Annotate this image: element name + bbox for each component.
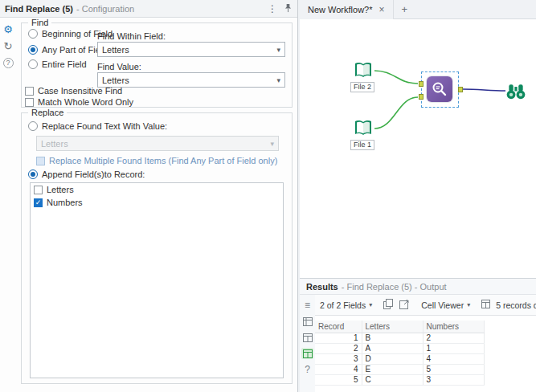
radio-circle <box>28 45 38 55</box>
results-title: Results <box>306 282 338 292</box>
find-value-value: Letters <box>102 76 129 85</box>
column-header-letters[interactable]: Letters <box>362 321 423 333</box>
cell-numbers: 4 <box>423 353 484 364</box>
records-displayed-text: 5 records displayed <box>496 300 536 310</box>
config-panel-title: Find Replace (5) <box>5 4 73 14</box>
browse-tool[interactable] <box>505 82 526 103</box>
help-icon[interactable]: ? <box>3 58 14 68</box>
replace-group: Replace Replace Found Text With Value: L… <box>21 112 293 384</box>
table-row[interactable]: 5 C 3 <box>315 374 484 385</box>
cell-record: 5 <box>315 374 362 385</box>
workflow-canvas[interactable]: File 2 File 1 <box>300 19 536 278</box>
radio-circle <box>28 121 38 131</box>
metadata-view-icon[interactable] <box>301 316 313 327</box>
checkbox-label: Match Whole Word Only <box>38 97 133 107</box>
cell-viewer-label: Cell Viewer <box>421 300 464 310</box>
records-icon <box>481 300 490 310</box>
node-label-file2[interactable]: File 2 <box>350 82 374 92</box>
checkbox-label: Replace Multiple Found Items (Find Any P… <box>49 156 277 165</box>
chevron-down-icon: ▾ <box>276 46 280 54</box>
workflow-tab[interactable]: New Workflow?* × <box>300 0 394 19</box>
column-header-record[interactable]: Record <box>315 321 362 333</box>
field-item-label: Letters <box>47 185 74 194</box>
radio-replace-found-text[interactable]: Replace Found Text With Value: <box>28 121 167 131</box>
radio-any-part-of-field[interactable]: Any Part of Field <box>28 45 107 55</box>
field-item-letters[interactable]: Letters <box>31 183 283 196</box>
results-table[interactable]: Record Letters Numbers 1 B 2 2 A 1 <box>315 321 485 386</box>
pin-icon[interactable] <box>284 3 293 14</box>
cell-record: 2 <box>315 343 362 353</box>
replace-value: Letters <box>41 139 68 149</box>
new-tab-icon[interactable]: + <box>402 4 408 14</box>
find-within-field-value: Letters <box>102 45 129 55</box>
find-replace-tool[interactable] <box>427 76 452 102</box>
checkbox-box <box>25 98 34 107</box>
configuration-panel: Find Replace (5) - Configuration ⋮ ⚙ ↻ ?… <box>0 0 298 392</box>
chevron-down-icon: ▾ <box>467 301 470 308</box>
cell-letters: E <box>362 364 423 374</box>
fields-dropdown[interactable]: 2 of 2 Fields ▾ <box>320 300 372 310</box>
results-grid-area: Record Letters Numbers 1 B 2 2 A 1 <box>315 316 536 392</box>
cell-letters: D <box>362 353 423 364</box>
chevron-down-icon: ▾ <box>276 76 280 84</box>
configuration-gear-icon[interactable]: ⚙ <box>3 24 13 35</box>
table-row[interactable]: 2 A 1 <box>315 343 484 353</box>
cell-numbers: 2 <box>423 333 484 343</box>
find-within-field-select[interactable]: Letters ▾ <box>97 42 285 57</box>
results-toolbar: 2 of 2 Fields ▾ Cell Viewer ▾ 5 records … <box>315 295 536 316</box>
find-value-select[interactable]: Letters ▾ <box>97 72 285 88</box>
input-anchor-f[interactable] <box>419 81 423 87</box>
radio-label: Replace Found Text With Value: <box>42 121 167 131</box>
refresh-icon[interactable]: ↻ <box>4 41 13 51</box>
cell-viewer-dropdown[interactable]: Cell Viewer ▾ <box>421 300 470 310</box>
node-label-file1[interactable]: File 1 <box>350 140 374 150</box>
wire-findreplace-to-browse <box>463 89 505 91</box>
results-panel: Results - Find Replace (5) - Output ≡ ? … <box>300 278 536 392</box>
replace-group-label: Replace <box>28 108 67 117</box>
chevron-down-icon: ▾ <box>369 301 372 308</box>
input-anchor-r[interactable] <box>419 94 423 100</box>
results-header: Results - Find Replace (5) - Output <box>300 279 536 295</box>
close-tab-icon[interactable]: × <box>379 5 385 14</box>
output-anchor[interactable] <box>458 87 463 92</box>
field-item-numbers[interactable]: ✓ Numbers <box>31 196 283 209</box>
table-row[interactable]: 1 B 2 <box>315 333 484 343</box>
checkbox-box <box>36 157 45 165</box>
fields-dropdown-value: 2 of 2 Fields <box>320 300 366 310</box>
wire-file2-to-findreplace <box>374 71 418 84</box>
find-replace-icon <box>431 80 448 98</box>
copy-icon[interactable] <box>383 299 394 311</box>
append-fields-listbox[interactable]: Letters ✓ Numbers <box>30 182 284 378</box>
table-row[interactable]: 3 D 4 <box>315 353 484 364</box>
match-whole-word-checkbox[interactable]: Match Whole Word Only <box>25 97 133 107</box>
overflow-menu-icon[interactable]: ⋮ <box>268 4 277 14</box>
radio-label: Append Field(s)to Record: <box>42 169 145 179</box>
config-panel-title-suffix: - Configuration <box>76 4 134 14</box>
text-input-tool-file2[interactable] <box>353 61 374 82</box>
replace-multiple-checkbox: Replace Multiple Found Items (Find Any P… <box>36 156 277 165</box>
results-help-icon[interactable]: ? <box>301 364 313 375</box>
export-icon[interactable] <box>399 299 410 311</box>
table-row[interactable]: 4 E 5 <box>315 364 484 374</box>
find-group: Find Beginning of Field Any Part of Fiel… <box>21 22 293 108</box>
list-view-icon[interactable]: ≡ <box>301 300 313 311</box>
check-icon: ✓ <box>35 199 42 206</box>
book-icon <box>353 61 374 80</box>
chevron-down-icon: ▾ <box>270 140 274 148</box>
workflow-tab-title: New Workflow?* <box>308 5 373 14</box>
case-insensitive-checkbox[interactable]: Case Insensitive Find <box>25 86 122 96</box>
text-input-tool-file1[interactable] <box>353 119 374 140</box>
configuration-header: Find Replace (5) - Configuration ⋮ <box>0 0 297 18</box>
radio-entire-field[interactable]: Entire Field <box>28 59 87 69</box>
checkbox-box: ✓ <box>34 198 43 207</box>
table-header-row: Record Letters Numbers <box>315 321 484 333</box>
cell-numbers: 3 <box>423 374 484 385</box>
radio-circle <box>28 169 38 179</box>
output-data-view-icon[interactable] <box>301 348 313 359</box>
cell-letters: C <box>362 374 423 385</box>
radio-append-fields[interactable]: Append Field(s)to Record: <box>28 169 145 179</box>
input-data-view-icon[interactable] <box>301 332 313 343</box>
column-header-numbers[interactable]: Numbers <box>423 321 484 333</box>
cell-numbers: 1 <box>423 343 484 353</box>
checkbox-box <box>34 186 43 194</box>
